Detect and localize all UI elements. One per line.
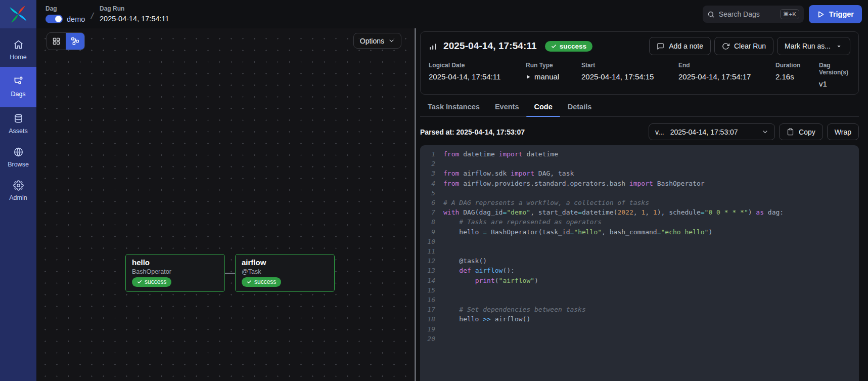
meta-label: Duration (775, 62, 819, 69)
meta-value: 2.16s (775, 72, 819, 81)
trigger-button[interactable]: Trigger (809, 5, 862, 23)
tab-task-instances[interactable]: Task Instances (420, 98, 487, 116)
main-column: Dag demo / Dag Run 2025-04-14, 17:54:11 … (36, 0, 868, 381)
code-tools: v... 2025-04-14, 17:53:07 Copy Wrap (649, 123, 859, 140)
meta-value: manual (526, 72, 581, 81)
graph-panel[interactable]: Options helloBashOperatorsuccessairflow@… (36, 28, 415, 381)
play-icon (817, 11, 825, 18)
trigger-label: Trigger (829, 10, 854, 18)
wrap-button[interactable]: Wrap (827, 123, 859, 140)
dag-pause-toggle[interactable] (45, 15, 63, 23)
play-icon (526, 74, 531, 79)
tab-events[interactable]: Events (487, 98, 527, 116)
line-number: 18 (420, 314, 435, 324)
code-line: 15 (420, 285, 859, 295)
line-number: 3 (420, 168, 435, 178)
chevron-down-icon (388, 37, 395, 44)
view-mode-toggle (47, 32, 85, 50)
sidebar-item-label: Admin (9, 194, 27, 201)
line-content: from airflow.sdk import DAG, task (443, 168, 574, 178)
run-meta: Logical Date2025-04-14, 17:54:11Run Type… (429, 62, 850, 88)
run-meta-logical-date: Logical Date2025-04-14, 17:54:11 (429, 62, 526, 88)
search-shortcut-badge: ⌘+K (780, 9, 799, 19)
line-number: 9 (420, 227, 435, 237)
code-line: 20 (420, 334, 859, 344)
line-number: 4 (420, 179, 435, 188)
code-line: 19 (420, 324, 859, 334)
task-edge (225, 273, 235, 274)
line-number: 12 (420, 256, 435, 266)
sidebar-item-assets[interactable]: Assets (0, 107, 36, 141)
content-split: Options helloBashOperatorsuccessairflow@… (36, 28, 868, 381)
run-header: 2025-04-14, 17:54:11 success Add a note (429, 37, 850, 55)
copy-button[interactable]: Copy (779, 123, 823, 140)
tab-code[interactable]: Code (526, 98, 560, 116)
meta-label: Dag Version(s) (819, 62, 850, 76)
line-content: hello = BashOperator(task_id="hello", ba… (443, 227, 712, 237)
run-meta-dag-version-s: Dag Version(s)v1 (819, 62, 850, 88)
run-meta-duration: Duration2.16s (775, 62, 819, 88)
dag-run-value: 2025-04-14, 17:54:11 (100, 15, 169, 23)
add-note-button[interactable]: Add a note (649, 37, 711, 55)
parsed-at-text: Parsed at: 2025-04-14, 17:53:07 (420, 128, 525, 136)
line-content: # Set dependencies between tasks (443, 305, 586, 314)
dag-label: Dag (45, 5, 85, 12)
line-number: 15 (420, 285, 435, 295)
graph-options-button[interactable]: Options (353, 33, 401, 49)
meta-value: 2025-04-14, 17:54:17 (678, 72, 775, 81)
grid-view-button[interactable] (47, 33, 66, 50)
line-content: # A DAG represents a workflow, a collect… (443, 198, 649, 207)
meta-label: End (678, 62, 775, 69)
dag-version-select[interactable]: v... 2025-04-14, 17:53:07 (649, 123, 775, 140)
search-icon (707, 11, 715, 18)
options-label: Options (360, 37, 384, 45)
breadcrumb-dag-run: Dag Run 2025-04-14, 17:54:11 (100, 5, 169, 23)
sidebar-item-home[interactable]: Home (0, 33, 36, 67)
task-operator: BashOperator (132, 268, 218, 275)
line-number: 11 (420, 246, 435, 256)
tab-details[interactable]: Details (560, 98, 600, 116)
graph-node-airflow[interactable]: airflow@Tasksuccess (235, 254, 335, 292)
task-name: airflow (242, 258, 328, 268)
line-content: with DAG(dag_id="demo", start_date=datet… (443, 207, 784, 217)
details-panel: 2025-04-14, 17:54:11 success Add a note (416, 28, 868, 381)
version-value: 2025-04-14, 17:53:07 (670, 128, 738, 136)
meta-label: Run Type (526, 62, 581, 69)
browse-icon (13, 147, 24, 157)
check-icon (137, 279, 142, 284)
app-root: HomeDagsAssetsBrowseAdmin Dag demo / Dag… (0, 0, 868, 381)
code-line: 2 (420, 159, 859, 168)
line-number: 14 (420, 276, 435, 285)
airflow-logo[interactable] (0, 0, 36, 28)
line-number: 5 (420, 188, 435, 198)
code-line: 14 print("airflow") (420, 276, 859, 285)
run-meta-start: Start2025-04-14, 17:54:15 (581, 62, 678, 88)
run-summary-card: 2025-04-14, 17:54:11 success Add a note (420, 31, 859, 95)
clear-run-button[interactable]: Clear Run (714, 37, 773, 55)
mark-run-as-button[interactable]: Mark Run as... (777, 37, 850, 55)
line-number: 20 (420, 334, 435, 344)
graph-view-button[interactable] (66, 33, 84, 50)
home-icon (13, 39, 24, 50)
sidebar-item-admin[interactable]: Admin (0, 174, 36, 207)
sidebar-item-label: Assets (9, 128, 28, 135)
redo-icon (722, 43, 729, 50)
sidebar-item-dags[interactable]: Dags (0, 67, 36, 107)
clipboard-icon (787, 128, 794, 136)
sidebar-item-label: Dags (11, 91, 25, 98)
bar-chart-icon (429, 42, 437, 51)
line-number: 19 (420, 324, 435, 334)
breadcrumb-dag-link[interactable]: demo (67, 15, 85, 23)
search-input[interactable] (719, 10, 776, 18)
dags-icon (13, 76, 24, 87)
sidebar-item-browse[interactable]: Browse (0, 141, 36, 174)
meta-value: 2025-04-14, 17:54:11 (429, 72, 526, 81)
code-block[interactable]: 1from datetime import datetime23from air… (420, 145, 859, 381)
search-box[interactable]: ⌘+K (703, 6, 804, 23)
line-content: print("airflow") (443, 276, 538, 285)
caret-down-icon (835, 43, 843, 50)
line-content: @task() (443, 256, 487, 266)
code-toolbar: Parsed at: 2025-04-14, 17:53:07 v... 202… (420, 123, 859, 140)
graph-node-hello[interactable]: helloBashOperatorsuccess (125, 254, 225, 292)
line-number: 6 (420, 198, 435, 207)
